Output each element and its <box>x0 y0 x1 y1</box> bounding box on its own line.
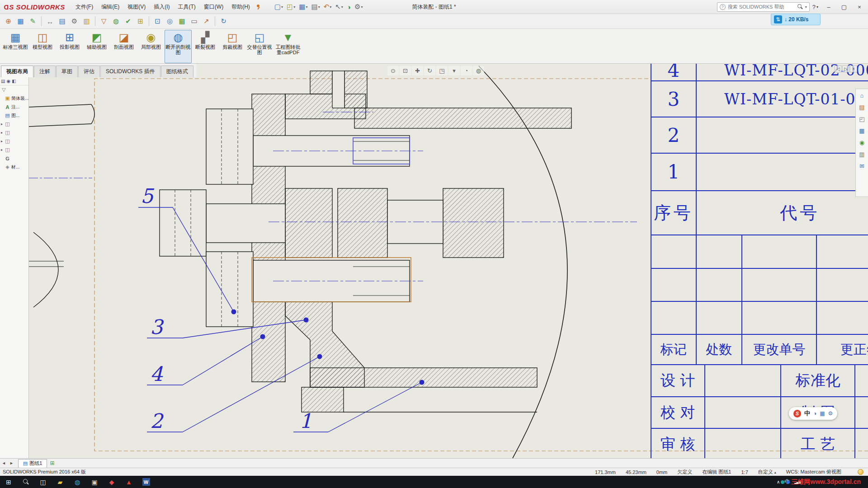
tree-item-view[interactable]: ▸◫ <box>0 137 28 145</box>
open-button[interactable]: ◰▾ <box>285 1 297 12</box>
close-drawing-icon[interactable]: × <box>850 66 857 72</box>
menu-tools[interactable]: 工具(T) <box>174 0 200 14</box>
add-sheet-button[interactable]: ⊞ <box>50 460 54 466</box>
section-view-button[interactable]: ◪剖面视图 <box>110 30 137 63</box>
new-document-button[interactable]: ▢▾ <box>273 1 284 12</box>
tree-item-view[interactable]: ▸◫ <box>0 145 28 154</box>
tree-tab-display-icon[interactable]: ◉ <box>6 79 10 84</box>
previous-window-icon[interactable]: ◁ <box>835 66 842 72</box>
tab-sketch[interactable]: 草图 <box>56 66 78 77</box>
resources-home-icon[interactable]: ⌂ <box>858 91 867 100</box>
design-library-icon[interactable]: ▤ <box>858 103 867 112</box>
sheet-scale[interactable]: 1:7 <box>741 469 748 475</box>
menu-help[interactable]: 帮助(H) <box>227 0 254 14</box>
sheet-tab[interactable]: ▤图纸1 <box>18 459 47 468</box>
minimize-button[interactable]: – <box>821 0 836 14</box>
tab-addins[interactable]: SOLIDWORKS 插件 <box>100 66 160 77</box>
tree-item-bom[interactable]: ◈材... <box>0 163 28 171</box>
section-icon[interactable]: ◳ <box>436 66 448 75</box>
tab-annotation[interactable]: 注解 <box>34 66 56 77</box>
browser-icon[interactable]: ◍ <box>69 476 86 488</box>
alternate-position-view-button[interactable]: ◱交替位置视图 <box>246 30 273 63</box>
maximize-button[interactable]: ▢ <box>836 0 852 14</box>
custom-properties-icon[interactable]: ▥ <box>858 150 867 159</box>
menu-view[interactable]: 视图(V) <box>123 0 150 14</box>
settings-gear-icon[interactable]: ⚙ <box>69 16 80 27</box>
menu-edit[interactable]: 编辑(E) <box>97 0 123 14</box>
layout-icon[interactable]: ▦ <box>15 16 26 27</box>
ime-settings-icon[interactable]: ⚙ <box>828 410 833 417</box>
dimension-icon[interactable]: ↔ <box>44 16 56 27</box>
detail-view-button[interactable]: ◉局部视图 <box>137 30 165 63</box>
forum-icon[interactable]: ✉ <box>858 161 867 170</box>
pan-icon[interactable]: ✚ <box>412 66 423 75</box>
balloon-4[interactable]: 4 <box>147 334 265 386</box>
rotate-icon[interactable]: ↻ <box>424 66 435 75</box>
zoom-fit-icon[interactable]: ⊙ <box>387 66 399 75</box>
menu-insert[interactable]: 插入(I) <box>150 0 174 14</box>
sketch-icon[interactable]: ✎ <box>27 16 38 27</box>
tree-item-datum[interactable]: G <box>0 154 28 163</box>
zoom-icon[interactable]: ⊕ <box>3 16 14 27</box>
tree-item-annotations[interactable]: A注... <box>0 103 28 111</box>
export-icon[interactable]: ↗ <box>201 16 212 27</box>
moon-icon[interactable]: ◑ <box>813 410 816 417</box>
app-dark-icon[interactable]: ▣ <box>86 476 103 488</box>
solidworks-app-icon[interactable]: ▲ <box>120 476 137 488</box>
rebuild-button[interactable]: ◑ <box>345 1 352 12</box>
tree-item-assembly[interactable]: ▣简体装... <box>0 94 28 103</box>
zoom-area-icon[interactable]: ⊡ <box>152 16 163 27</box>
note-icon[interactable]: ▤ <box>57 16 68 27</box>
undo-button[interactable]: ↶▾ <box>322 1 333 12</box>
file-explorer-icon[interactable]: ◰ <box>858 114 867 123</box>
auxiliary-view-button[interactable]: ◩辅助视图 <box>83 30 110 63</box>
scroll-right-icon[interactable]: ► <box>8 461 15 465</box>
tree-tab-config-icon[interactable]: ◧ <box>12 79 16 84</box>
tab-evaluate[interactable]: 评估 <box>78 66 100 77</box>
scroll-left-icon[interactable]: ◄ <box>0 461 8 465</box>
view-palette-icon[interactable]: ▦ <box>858 126 867 135</box>
close-button[interactable]: × <box>852 0 867 14</box>
filter-icon[interactable]: ▽ <box>98 16 109 27</box>
tab-sheet-format[interactable]: 图纸格式 <box>161 66 193 77</box>
select-button[interactable]: ↖▾ <box>334 1 344 12</box>
tray-chevron-icon[interactable]: ∧ <box>777 479 780 484</box>
units-selector[interactable]: 自定义▴ <box>758 469 776 475</box>
sheet-icon[interactable]: ▭ <box>189 16 200 27</box>
view-settings-icon[interactable]: ◔ <box>461 66 472 75</box>
help-search-box[interactable]: ? 搜索 SOLIDWORKS 帮助 ▾ <box>717 2 810 12</box>
standard-3-view-button[interactable]: ▦标准三视图 <box>2 30 29 63</box>
appearances-icon[interactable]: ◉ <box>858 138 867 147</box>
batch-cadpdf-button[interactable]: ▼工程图转批量cadPDF <box>273 30 303 63</box>
display-style-icon[interactable]: ◍ <box>473 66 484 75</box>
graphics-area[interactable]: 5 3 4 2 <box>29 64 868 458</box>
refresh-icon[interactable]: ↻ <box>218 16 229 27</box>
next-window-icon[interactable]: ▷ <box>842 66 849 72</box>
dropdown-caret-icon[interactable]: ▾ <box>448 66 460 75</box>
search-icon[interactable] <box>797 4 803 9</box>
check-icon[interactable]: ✔ <box>123 16 134 27</box>
tree-item-view[interactable]: ▸◫ <box>0 128 28 137</box>
table-icon[interactable]: ▦ <box>176 16 188 27</box>
menu-window[interactable]: 窗口(W) <box>200 0 227 14</box>
grid-icon[interactable]: ⊞ <box>135 16 146 27</box>
globe-icon[interactable]: ◍ <box>110 16 122 27</box>
tree-item-sheet[interactable]: ▤图... <box>0 111 28 120</box>
task-view-button[interactable]: ◫ <box>34 476 52 488</box>
pin-toolbar-icon[interactable] <box>256 4 261 9</box>
search-caret-icon[interactable]: ▾ <box>805 5 807 9</box>
tree-item-view[interactable]: ▸◫ <box>0 120 28 128</box>
print-button[interactable]: ▤▾ <box>310 1 321 12</box>
broken-out-section-button[interactable]: ◍断开的剖视图 <box>165 30 192 63</box>
break-view-button[interactable]: ▞断裂视图 <box>192 30 219 63</box>
ime-mode-indicator[interactable]: 中 <box>804 409 810 418</box>
menu-file[interactable]: 文件(F) <box>71 0 97 14</box>
start-button[interactable]: ⊞ <box>0 476 17 488</box>
tree-tab-features-icon[interactable]: ▤ <box>1 79 5 84</box>
word-icon[interactable]: W <box>137 476 155 488</box>
find-icon[interactable]: ◎ <box>164 16 175 27</box>
app-red-icon[interactable]: ◆ <box>103 476 120 488</box>
file-explorer-icon[interactable]: ▰ <box>52 476 69 488</box>
help-ball-icon[interactable] <box>858 469 863 475</box>
tree-filter[interactable]: ▽ <box>0 85 28 94</box>
